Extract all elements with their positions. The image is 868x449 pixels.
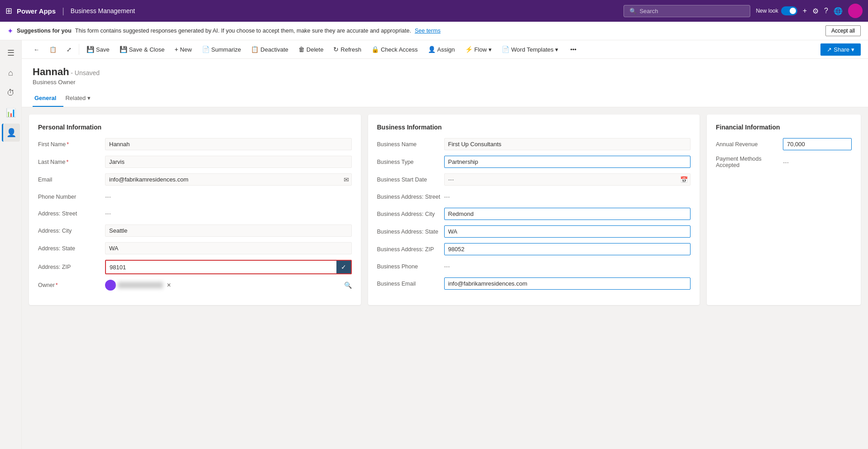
business-type-label: Business Type bbox=[377, 159, 441, 165]
word-templates-label: Word Templates bbox=[511, 46, 553, 53]
owner-clear-button[interactable]: ✕ bbox=[167, 282, 171, 288]
financial-info-section: Financial Information Annual Revenue Pay… bbox=[707, 115, 861, 305]
business-address-state-input[interactable] bbox=[444, 225, 691, 238]
business-address-street-value: --- bbox=[444, 191, 691, 202]
new-button[interactable]: + New bbox=[170, 43, 196, 56]
check-access-button[interactable]: 🔒 Check Access bbox=[367, 43, 422, 56]
sidebar-analytics-icon[interactable]: 📊 bbox=[2, 104, 20, 122]
new-look-switch[interactable] bbox=[781, 6, 797, 15]
business-info-title: Business Information bbox=[377, 124, 691, 131]
waffle-menu[interactable]: ⊞ bbox=[5, 6, 12, 16]
save-icon: 💾 bbox=[86, 46, 94, 53]
sidebar-recent-icon[interactable]: ⏱ bbox=[2, 84, 20, 102]
business-email-input[interactable] bbox=[444, 277, 691, 290]
summarize-label: Summarize bbox=[211, 46, 241, 53]
save-label: Save bbox=[96, 46, 110, 53]
payment-methods-label: Payment Methods Accepted bbox=[716, 156, 779, 168]
sidebar-home-icon[interactable]: ⌂ bbox=[2, 64, 20, 82]
deactivate-label: Deactivate bbox=[260, 46, 288, 53]
business-name-row: Business Name bbox=[377, 138, 691, 150]
business-start-date-input[interactable] bbox=[444, 173, 691, 186]
sidebar-contacts-icon[interactable]: 👤 bbox=[2, 124, 20, 142]
summarize-button[interactable]: 📄 Summarize bbox=[197, 43, 246, 56]
address-city-input[interactable] bbox=[105, 224, 352, 237]
word-templates-button[interactable]: 📄 Word Templates ▾ bbox=[497, 43, 563, 56]
clipboard-button[interactable]: 📋 bbox=[45, 43, 61, 56]
business-address-zip-input[interactable] bbox=[444, 243, 691, 255]
command-bar: ← 📋 ⤢ 💾 Save 💾 Save & Close + New bbox=[22, 40, 868, 59]
tab-general[interactable]: General bbox=[33, 91, 63, 107]
business-address-street-label: Business Address: Street bbox=[377, 194, 441, 200]
see-terms-link[interactable]: See terms bbox=[415, 28, 441, 34]
payment-methods-row: Payment Methods Accepted --- bbox=[716, 156, 852, 168]
nav-separator: | bbox=[62, 6, 64, 16]
annual-revenue-input[interactable] bbox=[783, 138, 852, 150]
assign-label: Assign bbox=[437, 46, 455, 53]
business-email-row: Business Email bbox=[377, 277, 691, 290]
avatar[interactable] bbox=[848, 4, 863, 18]
save-button[interactable]: 💾 Save bbox=[82, 43, 114, 56]
personal-info-section: Personal Information First Name * Last N… bbox=[29, 115, 361, 305]
help-icon[interactable]: ? bbox=[824, 7, 828, 15]
business-address-state-label: Business Address: State bbox=[377, 229, 441, 235]
address-state-input[interactable] bbox=[105, 242, 352, 254]
business-phone-label: Business Phone bbox=[377, 263, 441, 270]
form-area: Personal Information First Name * Last N… bbox=[22, 107, 868, 312]
new-label: New bbox=[180, 46, 192, 53]
new-look-toggle[interactable]: New look bbox=[756, 6, 797, 15]
last-name-input[interactable] bbox=[105, 156, 352, 168]
check-access-icon: 🔒 bbox=[371, 46, 379, 53]
business-start-date-wrapper: 📅 bbox=[444, 173, 691, 186]
business-name-label: Business Name bbox=[377, 141, 441, 148]
gear-icon[interactable]: ⚙ bbox=[812, 7, 819, 15]
plus-icon[interactable]: + bbox=[803, 7, 807, 15]
word-templates-chevron-icon: ▾ bbox=[555, 46, 558, 53]
deactivate-button[interactable]: 📋 Deactivate bbox=[246, 43, 293, 56]
more-commands-button[interactable]: ••• bbox=[566, 43, 581, 56]
flow-button[interactable]: ⚡ Flow ▾ bbox=[460, 43, 496, 56]
more-icon: ••• bbox=[570, 46, 576, 53]
sidebar-menu-icon[interactable]: ☰ bbox=[2, 44, 20, 62]
refresh-button[interactable]: ↻ Refresh bbox=[329, 43, 366, 56]
zip-confirm-button[interactable]: ✓ bbox=[336, 261, 351, 273]
share-button[interactable]: ↗ Share ▾ bbox=[820, 43, 861, 56]
expand-button[interactable]: ⤢ bbox=[62, 43, 76, 56]
suggestion-bar: ✦ Suggestions for you This form contains… bbox=[0, 22, 868, 40]
owner-name bbox=[118, 282, 163, 288]
address-street-label: Address: Street bbox=[38, 210, 101, 217]
delete-button[interactable]: 🗑 Delete bbox=[294, 43, 328, 56]
back-icon: ← bbox=[34, 46, 39, 53]
expand-icon: ⤢ bbox=[67, 46, 72, 53]
last-name-row: Last Name * bbox=[38, 156, 352, 168]
calendar-icon: 📅 bbox=[680, 176, 688, 183]
flow-chevron-icon: ▾ bbox=[489, 46, 492, 53]
email-input[interactable] bbox=[105, 173, 352, 186]
business-name-input[interactable] bbox=[444, 138, 691, 150]
owner-avatar bbox=[105, 280, 116, 291]
refresh-icon: ↻ bbox=[333, 46, 339, 53]
financial-info-title: Financial Information bbox=[716, 124, 852, 131]
owner-search-button[interactable]: 🔍 bbox=[344, 282, 352, 289]
delete-label: Delete bbox=[307, 46, 324, 53]
accept-all-button[interactable]: Accept all bbox=[825, 25, 861, 36]
email-row: Email ✉ bbox=[38, 173, 352, 186]
business-start-date-label: Business Start Date bbox=[377, 177, 441, 183]
annual-revenue-label: Annual Revenue bbox=[716, 141, 779, 148]
assign-button[interactable]: 👤 Assign bbox=[423, 43, 460, 56]
search-icon: 🔍 bbox=[629, 8, 637, 14]
assign-icon: 👤 bbox=[428, 46, 436, 53]
back-button[interactable]: ← bbox=[29, 43, 44, 56]
first-name-input[interactable] bbox=[105, 138, 352, 150]
tab-related[interactable]: Related ▾ bbox=[63, 91, 98, 107]
address-zip-row: Address: ZIP ✓ bbox=[38, 260, 352, 274]
delete-icon: 🗑 bbox=[298, 46, 305, 53]
tab-general-label: General bbox=[34, 95, 56, 101]
globe-icon[interactable]: 🌐 bbox=[834, 7, 843, 15]
business-address-city-input[interactable] bbox=[444, 208, 691, 220]
search-bar[interactable]: 🔍 Search bbox=[623, 5, 750, 17]
save-close-button[interactable]: 💾 Save & Close bbox=[115, 43, 169, 56]
address-zip-input[interactable] bbox=[106, 262, 336, 273]
share-chevron-icon: ▾ bbox=[851, 46, 854, 53]
record-header: Hannah - Unsaved Business Owner General … bbox=[22, 59, 868, 107]
business-type-input[interactable] bbox=[444, 156, 691, 168]
